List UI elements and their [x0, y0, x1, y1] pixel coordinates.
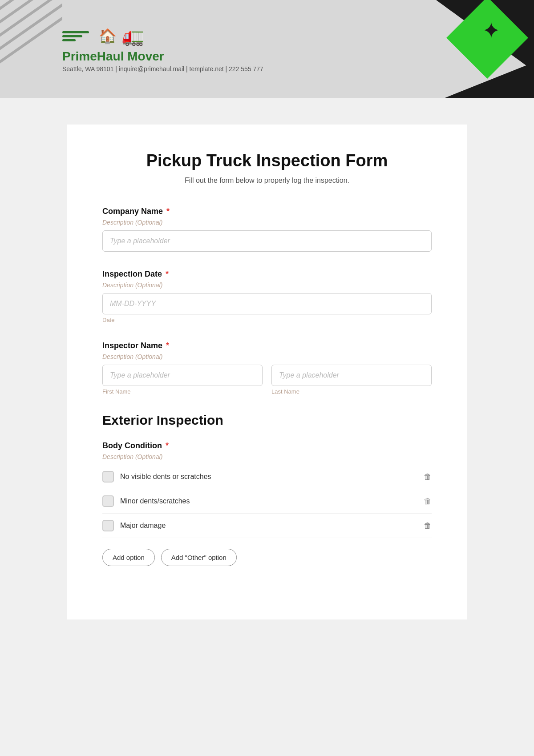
first-name-input[interactable] — [102, 365, 263, 386]
first-name-hint: First Name — [102, 388, 263, 395]
required-marker-2: * — [163, 269, 169, 278]
logo-line-3 — [62, 39, 76, 41]
delete-option-1-icon[interactable]: 🗑 — [424, 472, 432, 482]
inspection-date-input[interactable] — [102, 293, 432, 314]
form-container: Pickup Truck Inspection Form Fill out th… — [67, 125, 467, 619]
truck-icon: 🚛 — [122, 26, 144, 47]
snowflake-icon: ✦ — [482, 18, 501, 44]
last-name-hint: Last Name — [271, 388, 432, 395]
option-3-label: Major damage — [120, 522, 166, 530]
form-subtitle: Fill out the form below to properly log … — [102, 177, 432, 185]
add-other-option-button[interactable]: Add "Other" option — [161, 549, 237, 566]
company-name-label: Company Name * — [102, 207, 432, 216]
header-decoration-lines — [0, 0, 62, 98]
house-icon: 🏠 — [99, 28, 117, 44]
add-option-button[interactable]: Add option — [102, 549, 155, 566]
checkbox-2[interactable] — [102, 495, 114, 507]
logo-graphic: 🏠 🚛 — [62, 26, 263, 47]
first-name-col: First Name — [102, 365, 263, 395]
required-marker: * — [164, 207, 170, 216]
required-marker-3: * — [164, 341, 169, 350]
last-name-col: Last Name — [271, 365, 432, 395]
body-condition-option-3: Major damage 🗑 — [102, 514, 432, 538]
inspector-name-field-group: Inspector Name * Description (Optional) … — [102, 341, 432, 395]
checkbox-left-2: Minor dents/scratches — [102, 495, 190, 507]
inspector-name-two-col: First Name Last Name — [102, 365, 432, 395]
body-condition-description: Description (Optional) — [102, 453, 432, 460]
company-name-description: Description (Optional) — [102, 219, 432, 226]
add-option-buttons-row: Add option Add "Other" option — [102, 549, 432, 566]
form-title: Pickup Truck Inspection Form — [102, 151, 432, 170]
body-condition-option-2: Minor dents/scratches 🗑 — [102, 489, 432, 514]
checkbox-left-3: Major damage — [102, 520, 166, 531]
logo-line-1 — [62, 31, 89, 33]
body-condition-field-group: Body Condition * Description (Optional) … — [102, 441, 432, 566]
inspector-name-label: Inspector Name * — [102, 341, 432, 350]
body-condition-label: Body Condition * — [102, 441, 432, 450]
delete-option-3-icon[interactable]: 🗑 — [424, 521, 432, 531]
diagonal-line-3 — [0, 0, 62, 42]
inspection-date-description: Description (Optional) — [102, 281, 432, 289]
option-2-label: Minor dents/scratches — [120, 497, 190, 505]
checkbox-1[interactable] — [102, 471, 114, 483]
logo-line-2 — [62, 35, 82, 37]
inspection-date-field-group: Inspection Date * Description (Optional)… — [102, 269, 432, 323]
inspection-date-hint: Date — [102, 317, 432, 323]
required-marker-4: * — [163, 441, 169, 450]
company-name-field-group: Company Name * Description (Optional) — [102, 207, 432, 252]
option-1-label: No visible dents or scratches — [120, 473, 211, 481]
inspection-date-label: Inspection Date * — [102, 269, 432, 279]
inspector-name-description: Description (Optional) — [102, 353, 432, 360]
header-deco-shapes: ✦ — [409, 0, 534, 98]
company-name-input[interactable] — [102, 230, 432, 252]
logo-area: 🏠 🚛 PrimeHaul Mover Seattle, WA 98101 | … — [62, 26, 263, 72]
brand-name: PrimeHaul Mover — [62, 49, 263, 64]
checkbox-left-1: No visible dents or scratches — [102, 471, 211, 483]
body-condition-option-1: No visible dents or scratches 🗑 — [102, 465, 432, 489]
delete-option-2-icon[interactable]: 🗑 — [424, 497, 432, 506]
brand-tagline: Seattle, WA 98101 | inquire@primehaul.ma… — [62, 65, 263, 72]
logo-lines — [62, 31, 89, 41]
exterior-section-heading: Exterior Inspection — [102, 413, 432, 428]
checkbox-3[interactable] — [102, 520, 114, 531]
page-header: 🏠 🚛 PrimeHaul Mover Seattle, WA 98101 | … — [0, 0, 534, 98]
last-name-input[interactable] — [271, 365, 432, 386]
